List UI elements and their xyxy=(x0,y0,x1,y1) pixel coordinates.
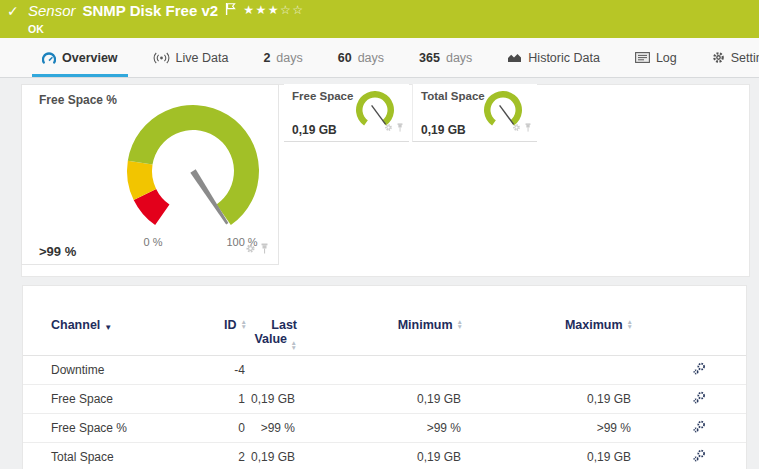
channel-settings-icon[interactable] xyxy=(693,362,706,375)
log-icon xyxy=(635,52,650,63)
cell-channel: Total Space xyxy=(51,450,201,464)
sort-icon: ▲▼ xyxy=(627,320,633,329)
gauge-scale-min: 0 % xyxy=(135,236,171,248)
sensor-name: SNMP Disk Free v2 xyxy=(83,2,219,19)
primary-gauge-tile: Free Space % 0 % 100 % >99 % xyxy=(21,84,279,265)
free-space-percent-gauge xyxy=(118,101,268,241)
tab-settings[interactable]: Settings xyxy=(708,38,759,77)
sort-icon: ▲▼ xyxy=(291,341,297,350)
cell-maximum: 0,19 GB xyxy=(463,450,633,464)
tab-overview[interactable]: Overview xyxy=(38,38,122,77)
cell-minimum: 0,19 GB xyxy=(297,450,463,464)
table-row-total-space: Total Space 2 0,19 GB 0,19 GB 0,19 GB xyxy=(23,443,746,469)
cell-last-value: >99 % xyxy=(247,421,297,435)
tab-log[interactable]: Log xyxy=(631,38,681,77)
flag-icon[interactable] xyxy=(225,2,236,16)
channel-settings-icon[interactable] xyxy=(693,420,706,433)
free-space-gauge-title: Free Space xyxy=(292,90,353,102)
cell-id: -4 xyxy=(201,363,247,377)
tab-60-days[interactable]: 60days xyxy=(334,38,388,77)
gear-icon[interactable] xyxy=(384,118,393,136)
sensor-status-badge: OK xyxy=(28,23,44,35)
free-space-gauge-value: 0,19 GB xyxy=(292,123,337,137)
priority-stars[interactable]: ★★★☆☆ xyxy=(243,3,304,17)
primary-gauge-title: Free Space % xyxy=(39,93,117,107)
cell-maximum: >99 % xyxy=(463,421,633,435)
cell-last-value: 0,19 GB xyxy=(247,392,297,406)
table-row-free-space: Free Space 1 0,19 GB 0,19 GB 0,19 GB xyxy=(23,385,746,414)
historic-chart-icon xyxy=(507,52,522,63)
channels-table: Channel ▼ ID ▲▼ Last Value ▲▼ Minimum ▲▼… xyxy=(22,285,747,469)
gauge-needle xyxy=(190,169,228,224)
tab-2-days[interactable]: 2days xyxy=(259,38,306,77)
tab-365-days[interactable]: 365days xyxy=(415,38,476,77)
column-header-id[interactable]: ID ▲▼ xyxy=(201,318,247,348)
sensor-title-line: Sensor SNMP Disk Free v2 ★★★☆☆ xyxy=(28,2,304,19)
column-header-maximum[interactable]: Maximum ▲▼ xyxy=(463,318,633,348)
gauges-panel: Free Space % 0 % 100 % >99 % xyxy=(21,84,750,277)
gear-icon xyxy=(712,51,725,64)
gear-icon[interactable] xyxy=(245,240,256,258)
sensor-header: ✓ Sensor SNMP Disk Free v2 ★★★☆☆ OK xyxy=(0,0,759,38)
tab-historic-data[interactable]: Historic Data xyxy=(503,38,604,77)
cell-maximum: 0,19 GB xyxy=(463,392,633,406)
cell-id: 2 xyxy=(201,450,247,464)
sort-icon: ▲▼ xyxy=(457,320,463,329)
column-header-last-value[interactable]: Last Value ▲▼ xyxy=(247,318,297,348)
column-header-channel[interactable]: Channel ▼ xyxy=(51,318,201,348)
column-header-minimum[interactable]: Minimum ▲▼ xyxy=(297,318,463,348)
pin-icon[interactable] xyxy=(396,118,404,136)
pin-icon[interactable] xyxy=(260,240,269,258)
total-space-gauge-value: 0,19 GB xyxy=(421,123,466,137)
cell-channel: Free Space xyxy=(51,392,201,406)
table-row-free-space-percent: Free Space % 0 >99 % >99 % >99 % xyxy=(23,414,746,443)
cell-channel: Downtime xyxy=(51,363,201,377)
cell-last-value: 0,19 GB xyxy=(247,450,297,464)
prtg-sensor-overview-page: ✓ Sensor SNMP Disk Free v2 ★★★☆☆ OK Over… xyxy=(0,0,759,469)
gear-icon[interactable] xyxy=(512,118,521,136)
pin-icon[interactable] xyxy=(524,118,532,136)
channel-settings-icon[interactable] xyxy=(693,391,706,404)
cell-id: 0 xyxy=(201,421,247,435)
cell-channel: Free Space % xyxy=(51,421,201,435)
sensor-type-label: Sensor xyxy=(28,2,76,19)
channel-settings-icon[interactable] xyxy=(693,449,706,462)
total-space-gauge-title: Total Space xyxy=(421,90,485,102)
table-row-downtime: Downtime -4 xyxy=(23,356,746,385)
sort-icon: ▲▼ xyxy=(241,320,247,329)
free-space-gauge-tile: Free Space 0,19 GB xyxy=(284,84,409,142)
sensor-ok-check-icon: ✓ xyxy=(7,3,19,19)
table-header-row: Channel ▼ ID ▲▼ Last Value ▲▼ Minimum ▲▼… xyxy=(23,286,746,356)
cell-minimum: >99 % xyxy=(297,421,463,435)
tab-live-data[interactable]: Live Data xyxy=(149,38,233,77)
cell-id: 1 xyxy=(201,392,247,406)
live-data-icon xyxy=(153,52,170,64)
primary-gauge-value: >99 % xyxy=(39,244,76,259)
cell-minimum: 0,19 GB xyxy=(297,392,463,406)
total-space-gauge-tile: Total Space 0,19 GB xyxy=(412,84,537,142)
sort-desc-icon: ▼ xyxy=(104,321,112,335)
gauge-icon xyxy=(42,52,56,64)
tab-bar: Overview Live Data 2days 60days 365days … xyxy=(0,38,759,78)
